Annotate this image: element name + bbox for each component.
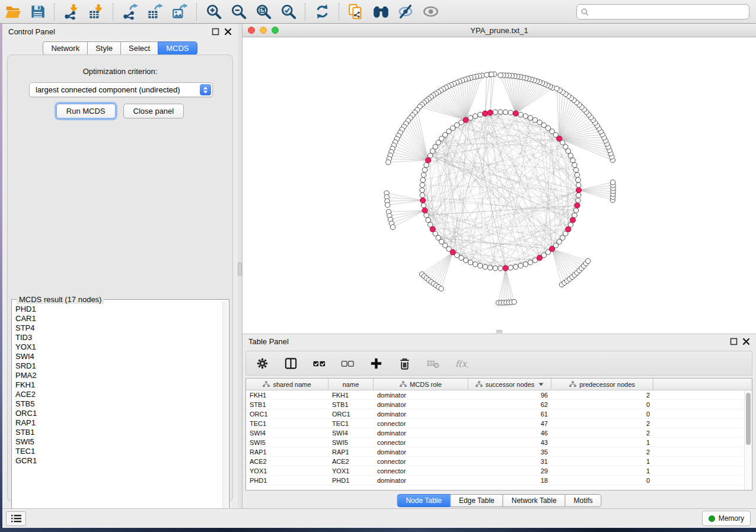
graph-node[interactable]	[508, 110, 513, 115]
graph-node[interactable]	[421, 203, 426, 208]
graph-dominator-node[interactable]	[422, 208, 428, 213]
graph-leaf-node[interactable]	[489, 72, 494, 76]
tab-edge-table[interactable]: Edge Table	[450, 494, 503, 507]
graph-node[interactable]	[573, 168, 578, 172]
mcds-result-item[interactable]: SRD1	[14, 361, 221, 371]
graph-node[interactable]	[483, 264, 487, 269]
delete-column-button[interactable]	[397, 355, 412, 371]
graph-dominator-node[interactable]	[463, 117, 468, 123]
zoom-selected-button[interactable]	[277, 2, 299, 22]
close-panel-icon[interactable]	[224, 28, 232, 36]
import-network-button[interactable]	[60, 2, 82, 22]
zoom-fit-button[interactable]	[252, 2, 275, 22]
graph-node[interactable]	[532, 117, 537, 122]
graph-node[interactable]	[473, 114, 477, 118]
mcds-result-item[interactable]: STB1	[14, 428, 221, 437]
graph-node[interactable]	[572, 162, 577, 167]
save-session-button[interactable]	[26, 2, 49, 22]
column-header-predecessor-nodes[interactable]: predecessor nodes	[551, 379, 653, 390]
first-neighbors-button[interactable]	[369, 2, 392, 22]
graph-leaf-node[interactable]	[390, 225, 395, 229]
mcds-result-item[interactable]: PMA2	[14, 371, 221, 380]
graph-node[interactable]	[572, 213, 577, 217]
graph-node[interactable]	[424, 213, 429, 217]
mcds-result-item[interactable]: PHD1	[14, 305, 221, 314]
graph-node[interactable]	[523, 114, 528, 118]
graph-node[interactable]	[488, 265, 493, 270]
tab-network-table[interactable]: Network Table	[503, 494, 565, 507]
mcds-result-item[interactable]: YOX1	[14, 342, 221, 352]
column-header-successor-nodes[interactable]: successor nodes	[468, 379, 551, 390]
graph-node[interactable]	[576, 182, 581, 187]
close-table-panel-icon[interactable]	[742, 338, 750, 345]
mcds-result-item[interactable]: RAP1	[14, 418, 221, 428]
graph-node[interactable]	[459, 255, 464, 260]
graph-dominator-node[interactable]	[483, 111, 488, 116]
graph-leaf-node[interactable]	[498, 73, 503, 78]
mcds-result-item[interactable]: TEC1	[14, 447, 221, 456]
graph-leaf-node[interactable]	[439, 286, 444, 291]
task-history-button[interactable]	[6, 511, 26, 526]
tab-network[interactable]: Network	[43, 41, 87, 55]
optimization-criterion-select[interactable]: largest connected component (undirected)	[29, 82, 213, 97]
graph-node[interactable]	[576, 198, 580, 203]
table-row[interactable]: FKH1FKH1dominator962	[246, 390, 744, 400]
tab-node-table[interactable]: Node Table	[397, 494, 450, 507]
select-all-checkboxes-button[interactable]	[311, 355, 327, 371]
mcds-result-item[interactable]: SWI4	[14, 352, 221, 361]
search-box[interactable]	[576, 4, 749, 20]
graph-dominator-node[interactable]	[420, 198, 426, 203]
graph-node[interactable]	[422, 168, 427, 172]
graph-dominator-node[interactable]	[557, 136, 562, 141]
export-network-button[interactable]	[119, 2, 141, 22]
graph-node[interactable]	[498, 266, 503, 271]
graph-dominator-node[interactable]	[425, 158, 430, 163]
refresh-view-button[interactable]	[311, 2, 333, 22]
split-panel-button[interactable]	[283, 355, 298, 371]
horizontal-splitter-grip[interactable]	[496, 330, 502, 333]
memory-button[interactable]: Memory	[702, 511, 751, 526]
export-image-button[interactable]	[168, 2, 191, 22]
graph-node[interactable]	[523, 262, 528, 267]
graph-node[interactable]	[463, 258, 468, 262]
graph-dominator-node[interactable]	[570, 217, 575, 223]
graph-node[interactable]	[478, 112, 483, 117]
graph-node[interactable]	[573, 208, 578, 213]
graph-node[interactable]	[426, 217, 430, 222]
table-row[interactable]: PHD1PHD1dominator180	[246, 476, 744, 485]
graph-dominator-node[interactable]	[549, 246, 554, 252]
graph-dominator-node[interactable]	[487, 110, 493, 116]
graph-dominator-node[interactable]	[503, 265, 508, 271]
graph-node[interactable]	[576, 193, 581, 197]
run-mcds-button[interactable]: Run MCDS	[56, 104, 116, 118]
zoom-out-button[interactable]	[227, 2, 250, 22]
show-all-button[interactable]	[419, 2, 442, 22]
table-scrollbar-thumb[interactable]	[746, 393, 751, 445]
table-row[interactable]: YOX1YOX1connector291	[246, 466, 744, 476]
hide-selected-button[interactable]	[394, 2, 417, 22]
mcds-result-item[interactable]: ACE2	[14, 390, 221, 399]
graph-node[interactable]	[493, 266, 497, 271]
graph-leaf-node[interactable]	[385, 203, 390, 207]
graph-node[interactable]	[420, 188, 425, 193]
table-settings-button[interactable]	[254, 355, 270, 371]
mcds-result-item[interactable]: STB5	[14, 399, 221, 409]
mcds-result-item[interactable]: TID3	[14, 333, 221, 342]
graph-dominator-node[interactable]	[430, 226, 435, 232]
deselect-all-checkboxes-button[interactable]	[340, 355, 355, 371]
graph-node[interactable]	[528, 260, 532, 265]
graph-node[interactable]	[568, 153, 573, 158]
table-row[interactable]: ACE2ACE2connector311	[246, 457, 744, 466]
network-canvas[interactable]	[243, 37, 756, 333]
table-scrollbar[interactable]	[744, 390, 752, 490]
column-header-shared-name[interactable]: shared name	[246, 379, 328, 390]
splitter-grip[interactable]	[238, 262, 242, 275]
graph-dominator-node[interactable]	[537, 255, 542, 261]
graph-node[interactable]	[478, 263, 483, 268]
graph-node[interactable]	[576, 178, 580, 182]
mcds-result-list[interactable]: PHD1CAR1STP4TID3YOX1SWI4SRD1PMA2FKH1ACE2…	[14, 305, 221, 517]
graph-dominator-node[interactable]	[575, 203, 580, 208]
mcds-result-item[interactable]: GCR1	[14, 456, 221, 466]
table-row[interactable]: ORC1ORC1dominator610	[246, 409, 744, 419]
open-file-button[interactable]	[1, 2, 24, 22]
